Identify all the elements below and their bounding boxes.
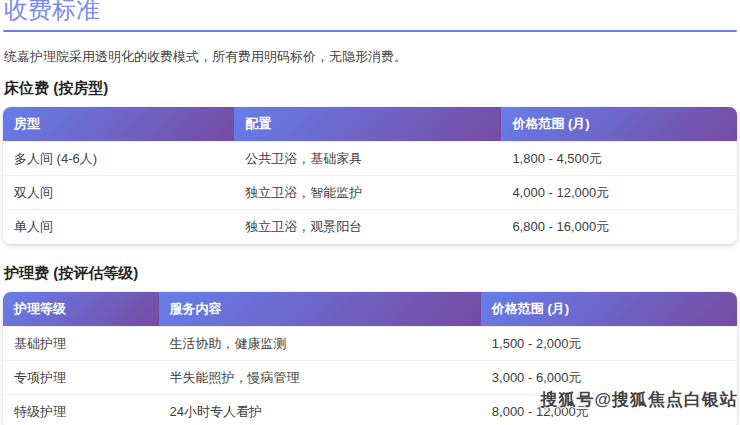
table-cell: 6,800 - 16,000元 xyxy=(501,210,737,244)
table-cell: 半失能照护，慢病管理 xyxy=(159,361,481,395)
table-header-row: 护理等级服务内容价格范围 (月) xyxy=(3,292,737,327)
table-cell: 公共卫浴，基础家具 xyxy=(234,142,501,176)
table-cell: 1,800 - 4,500元 xyxy=(501,142,737,176)
table-cell: 基础护理 xyxy=(3,327,159,361)
intro-text: 统嘉护理院采用透明化的收费模式，所有费用明码标价，无隐形消费。 xyxy=(3,48,737,66)
table-cell: 多人间 (4-6人) xyxy=(3,142,234,176)
table-cell: 3,000 - 6,000元 xyxy=(481,361,737,395)
pricing-table-card: 房型配置价格范围 (月)多人间 (4-6人)公共卫浴，基础家具1,800 - 4… xyxy=(3,107,737,244)
table-cell: 专项护理 xyxy=(3,361,159,395)
column-header: 房型 xyxy=(3,107,234,142)
pricing-table: 护理等级服务内容价格范围 (月)基础护理生活协助，健康监测1,500 - 2,0… xyxy=(3,292,737,425)
table-cell: 4,000 - 12,000元 xyxy=(501,176,737,210)
table-header-row: 房型配置价格范围 (月) xyxy=(3,107,737,142)
table-cell: 独立卫浴，智能监护 xyxy=(234,176,501,210)
pricing-sections: 床位费 (按房型)房型配置价格范围 (月)多人间 (4-6人)公共卫浴，基础家具… xyxy=(3,79,737,425)
table-row: 双人间独立卫浴，智能监护4,000 - 12,000元 xyxy=(3,176,737,210)
column-header: 护理等级 xyxy=(3,292,159,327)
table-cell: 独立卫浴，观景阳台 xyxy=(234,210,501,244)
table-cell: 双人间 xyxy=(3,176,234,210)
table-row: 基础护理生活协助，健康监测1,500 - 2,000元 xyxy=(3,327,737,361)
column-header: 配置 xyxy=(234,107,501,142)
table-row: 单人间独立卫浴，观景阳台6,800 - 16,000元 xyxy=(3,210,737,244)
table-row: 多人间 (4-6人)公共卫浴，基础家具1,800 - 4,500元 xyxy=(3,142,737,176)
table-cell: 1,500 - 2,000元 xyxy=(481,327,737,361)
table-cell: 特级护理 xyxy=(3,395,159,425)
title-divider xyxy=(3,30,737,32)
column-header: 价格范围 (月) xyxy=(501,107,737,142)
pricing-table-card: 护理等级服务内容价格范围 (月)基础护理生活协助，健康监测1,500 - 2,0… xyxy=(3,292,737,425)
table-cell: 8,000 - 12,000元 xyxy=(481,395,737,425)
table-row: 特级护理24小时专人看护8,000 - 12,000元 xyxy=(3,395,737,425)
page-title: 收费标准 xyxy=(3,0,737,25)
section-heading: 护理费 (按评估等级) xyxy=(3,264,737,283)
section-heading: 床位费 (按房型) xyxy=(3,79,737,98)
table-row: 专项护理半失能照护，慢病管理3,000 - 6,000元 xyxy=(3,361,737,395)
column-header: 价格范围 (月) xyxy=(481,292,737,327)
table-cell: 24小时专人看护 xyxy=(159,395,481,425)
table-cell: 生活协助，健康监测 xyxy=(159,327,481,361)
column-header: 服务内容 xyxy=(159,292,481,327)
fee-standards-page: 收费标准 统嘉护理院采用透明化的收费模式，所有费用明码标价，无隐形消费。 床位费… xyxy=(0,0,740,421)
table-cell: 单人间 xyxy=(3,210,234,244)
pricing-table: 房型配置价格范围 (月)多人间 (4-6人)公共卫浴，基础家具1,800 - 4… xyxy=(3,107,737,244)
